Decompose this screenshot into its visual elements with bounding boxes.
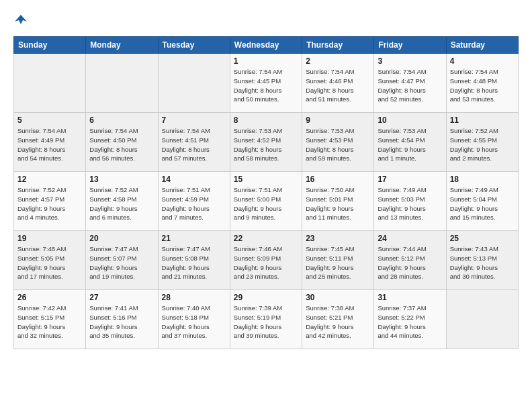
day-number: 8 (234, 116, 298, 125)
weekday-header-friday: Friday (374, 37, 446, 54)
day-info: Sunrise: 7:54 AM Sunset: 4:51 PM Dayligh… (162, 126, 226, 163)
calendar-cell: 22Sunrise: 7:46 AM Sunset: 5:09 PM Dayli… (230, 231, 302, 290)
week-row-4: 19Sunrise: 7:48 AM Sunset: 5:05 PM Dayli… (14, 231, 519, 290)
day-info: Sunrise: 7:45 AM Sunset: 5:11 PM Dayligh… (306, 244, 370, 281)
day-info: Sunrise: 7:54 AM Sunset: 4:47 PM Dayligh… (378, 67, 442, 104)
day-number: 4 (450, 56, 515, 66)
day-number: 12 (17, 175, 82, 184)
day-info: Sunrise: 7:37 AM Sunset: 5:22 PM Dayligh… (378, 304, 442, 340)
day-number: 27 (89, 293, 154, 302)
day-number: 1 (234, 56, 298, 66)
calendar-cell: 10Sunrise: 7:53 AM Sunset: 4:54 PM Dayli… (374, 113, 446, 172)
day-info: Sunrise: 7:51 AM Sunset: 4:59 PM Dayligh… (162, 185, 226, 222)
calendar-cell: 6Sunrise: 7:54 AM Sunset: 4:50 PM Daylig… (86, 113, 158, 172)
calendar-cell: 9Sunrise: 7:53 AM Sunset: 4:53 PM Daylig… (302, 113, 374, 172)
calendar-cell: 24Sunrise: 7:44 AM Sunset: 5:12 PM Dayli… (374, 231, 446, 290)
calendar-cell: 31Sunrise: 7:37 AM Sunset: 5:22 PM Dayli… (374, 290, 446, 349)
day-number: 16 (306, 175, 370, 184)
weekday-header-thursday: Thursday (302, 37, 374, 54)
weekday-header-wednesday: Wednesday (230, 37, 302, 54)
calendar-cell: 14Sunrise: 7:51 AM Sunset: 4:59 PM Dayli… (158, 172, 230, 231)
weekday-header-saturday: Saturday (446, 37, 518, 54)
day-number: 26 (17, 293, 82, 302)
day-info: Sunrise: 7:39 AM Sunset: 5:19 PM Dayligh… (234, 304, 298, 340)
day-info: Sunrise: 7:49 AM Sunset: 5:03 PM Dayligh… (378, 185, 442, 222)
day-number: 23 (306, 234, 370, 243)
calendar-cell: 29Sunrise: 7:39 AM Sunset: 5:19 PM Dayli… (230, 290, 302, 349)
day-info: Sunrise: 7:50 AM Sunset: 5:01 PM Dayligh… (306, 185, 370, 222)
day-info: Sunrise: 7:51 AM Sunset: 5:00 PM Dayligh… (234, 185, 298, 222)
calendar-cell: 4Sunrise: 7:54 AM Sunset: 4:48 PM Daylig… (446, 54, 518, 113)
day-number: 24 (378, 234, 442, 243)
day-number: 29 (234, 293, 298, 302)
day-number: 22 (234, 234, 298, 243)
calendar-cell: 25Sunrise: 7:43 AM Sunset: 5:13 PM Dayli… (446, 231, 518, 290)
calendar-cell: 30Sunrise: 7:38 AM Sunset: 5:21 PM Dayli… (302, 290, 374, 349)
calendar-table: SundayMondayTuesdayWednesdayThursdayFrid… (13, 36, 519, 349)
week-row-5: 26Sunrise: 7:42 AM Sunset: 5:15 PM Dayli… (14, 290, 519, 349)
day-number: 20 (89, 234, 154, 243)
calendar-cell: 13Sunrise: 7:52 AM Sunset: 4:58 PM Dayli… (86, 172, 158, 231)
weekday-header-monday: Monday (86, 37, 158, 54)
day-info: Sunrise: 7:53 AM Sunset: 4:53 PM Dayligh… (306, 126, 370, 163)
day-info: Sunrise: 7:43 AM Sunset: 5:13 PM Dayligh… (450, 244, 515, 281)
calendar-header: SundayMondayTuesdayWednesdayThursdayFrid… (14, 37, 519, 54)
day-number: 31 (378, 293, 442, 302)
calendar-cell (158, 54, 230, 113)
day-number: 3 (378, 56, 442, 66)
day-number: 25 (450, 234, 515, 243)
day-number: 6 (89, 116, 154, 125)
calendar-cell: 19Sunrise: 7:48 AM Sunset: 5:05 PM Dayli… (14, 231, 86, 290)
calendar-cell (86, 54, 158, 113)
week-row-3: 12Sunrise: 7:52 AM Sunset: 4:57 PM Dayli… (14, 172, 519, 231)
calendar-cell (14, 54, 86, 113)
day-info: Sunrise: 7:38 AM Sunset: 5:21 PM Dayligh… (306, 304, 370, 340)
day-number: 10 (378, 116, 442, 125)
calendar-cell: 28Sunrise: 7:40 AM Sunset: 5:18 PM Dayli… (158, 290, 230, 349)
weekday-header-row: SundayMondayTuesdayWednesdayThursdayFrid… (14, 37, 519, 54)
day-info: Sunrise: 7:44 AM Sunset: 5:12 PM Dayligh… (378, 244, 442, 281)
day-info: Sunrise: 7:52 AM Sunset: 4:58 PM Dayligh… (89, 185, 154, 222)
calendar-cell: 12Sunrise: 7:52 AM Sunset: 4:57 PM Dayli… (14, 172, 86, 231)
day-info: Sunrise: 7:54 AM Sunset: 4:50 PM Dayligh… (89, 126, 154, 163)
calendar-cell: 23Sunrise: 7:45 AM Sunset: 5:11 PM Dayli… (302, 231, 374, 290)
day-info: Sunrise: 7:54 AM Sunset: 4:46 PM Dayligh… (306, 67, 370, 104)
day-info: Sunrise: 7:53 AM Sunset: 4:52 PM Dayligh… (234, 126, 298, 163)
day-number: 14 (162, 175, 226, 184)
week-row-1: 1Sunrise: 7:54 AM Sunset: 4:45 PM Daylig… (14, 54, 519, 113)
day-info: Sunrise: 7:52 AM Sunset: 4:57 PM Dayligh… (17, 185, 82, 222)
calendar-body: 1Sunrise: 7:54 AM Sunset: 4:45 PM Daylig… (14, 54, 519, 349)
day-number: 7 (162, 116, 226, 125)
day-number: 28 (162, 293, 226, 302)
day-info: Sunrise: 7:47 AM Sunset: 5:07 PM Dayligh… (89, 244, 154, 281)
day-info: Sunrise: 7:54 AM Sunset: 4:45 PM Dayligh… (234, 67, 298, 104)
day-info: Sunrise: 7:53 AM Sunset: 4:54 PM Dayligh… (378, 126, 442, 163)
calendar-cell: 17Sunrise: 7:49 AM Sunset: 5:03 PM Dayli… (374, 172, 446, 231)
calendar-cell: 5Sunrise: 7:54 AM Sunset: 4:49 PM Daylig… (14, 113, 86, 172)
day-info: Sunrise: 7:48 AM Sunset: 5:05 PM Dayligh… (17, 244, 82, 281)
day-number: 21 (162, 234, 226, 243)
day-info: Sunrise: 7:42 AM Sunset: 5:15 PM Dayligh… (17, 304, 82, 340)
day-info: Sunrise: 7:41 AM Sunset: 5:16 PM Dayligh… (89, 304, 154, 340)
day-info: Sunrise: 7:54 AM Sunset: 4:48 PM Dayligh… (450, 67, 515, 104)
calendar-cell: 27Sunrise: 7:41 AM Sunset: 5:16 PM Dayli… (86, 290, 158, 349)
calendar-cell: 20Sunrise: 7:47 AM Sunset: 5:07 PM Dayli… (86, 231, 158, 290)
logo-bird-icon (13, 12, 28, 30)
logo (13, 12, 28, 30)
day-info: Sunrise: 7:47 AM Sunset: 5:08 PM Dayligh… (162, 244, 226, 281)
calendar-cell: 3Sunrise: 7:54 AM Sunset: 4:47 PM Daylig… (374, 54, 446, 113)
day-number: 13 (89, 175, 154, 184)
day-info: Sunrise: 7:40 AM Sunset: 5:18 PM Dayligh… (162, 304, 226, 340)
day-number: 11 (450, 116, 515, 125)
day-number: 9 (306, 116, 370, 125)
calendar-cell: 2Sunrise: 7:54 AM Sunset: 4:46 PM Daylig… (302, 54, 374, 113)
day-number: 2 (306, 56, 370, 66)
day-number: 15 (234, 175, 298, 184)
day-number: 5 (17, 116, 82, 125)
calendar-cell: 16Sunrise: 7:50 AM Sunset: 5:01 PM Dayli… (302, 172, 374, 231)
calendar-cell: 21Sunrise: 7:47 AM Sunset: 5:08 PM Dayli… (158, 231, 230, 290)
calendar-cell: 15Sunrise: 7:51 AM Sunset: 5:00 PM Dayli… (230, 172, 302, 231)
day-number: 18 (450, 175, 515, 184)
weekday-header-tuesday: Tuesday (158, 37, 230, 54)
day-info: Sunrise: 7:54 AM Sunset: 4:49 PM Dayligh… (17, 126, 82, 163)
